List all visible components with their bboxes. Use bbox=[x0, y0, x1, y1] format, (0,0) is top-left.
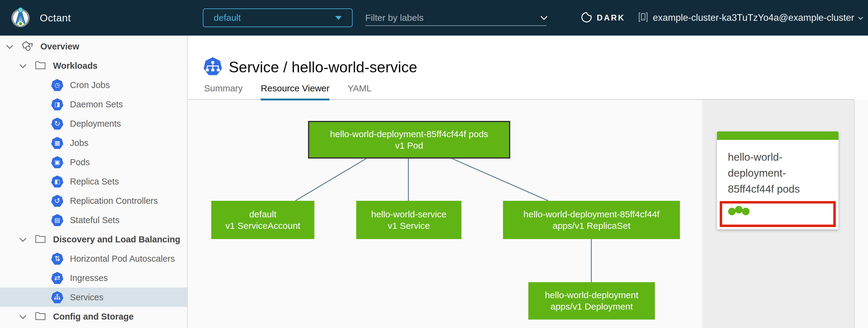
namespace-dropdown[interactable]: default bbox=[203, 8, 352, 27]
folder-icon bbox=[34, 233, 46, 246]
page-title: Service / hello-world-service bbox=[229, 58, 417, 76]
k8s-replicaset-icon bbox=[51, 175, 63, 187]
k8s-daemonset-icon bbox=[51, 98, 63, 110]
octant-logo-icon bbox=[9, 6, 32, 30]
graph-node-deployment[interactable]: hello-world-deployment apps/v1 Deploymen… bbox=[528, 282, 655, 320]
sidebar-item-horizontal-pod-autoscalers[interactable]: Horizontal Pod Autoscalers bbox=[0, 249, 187, 268]
page-head: Service / hello-world-service bbox=[204, 57, 417, 77]
sidebar-item-deployments[interactable]: Deployments bbox=[0, 114, 187, 133]
sidebar-item-replication-controllers[interactable]: Replication Controllers bbox=[0, 191, 187, 210]
sidebar-item-stateful-sets[interactable]: Stateful Sets bbox=[0, 210, 187, 230]
graph-node-serviceaccount[interactable]: default v1 ServiceAccount bbox=[211, 201, 314, 239]
tab-summary[interactable]: Summary bbox=[204, 83, 243, 100]
app-title: Octant bbox=[40, 12, 71, 24]
detail-panel: hello-world-deployment-85ff4cf44f pods bbox=[702, 100, 854, 328]
detail-card-title: hello-world-deployment-85ff4cf44f pods bbox=[717, 140, 838, 201]
graph-node-pod[interactable]: hello-world-deployment-85ff4cf44f pods v… bbox=[308, 121, 510, 158]
pod-status-dot bbox=[735, 206, 743, 213]
chevron-down-icon[interactable] bbox=[20, 314, 26, 320]
objects-icon bbox=[21, 39, 34, 53]
k8s-job-icon bbox=[51, 137, 63, 149]
label-filter bbox=[365, 10, 547, 26]
detail-card-status-bar bbox=[717, 131, 838, 140]
k8s-ingress-icon bbox=[51, 272, 63, 284]
theme-toggle-label: DARK bbox=[597, 13, 625, 23]
sidebar-item-services[interactable]: Services bbox=[0, 288, 187, 307]
pod-status-section[interactable] bbox=[720, 201, 836, 227]
pod-status-dot bbox=[728, 208, 736, 215]
label-filter-input[interactable] bbox=[365, 13, 541, 23]
k8s-hpa-icon bbox=[51, 252, 63, 265]
sidebar-nav: Overview Workloads Cron Jobs Daemon Sets… bbox=[0, 36, 188, 328]
sidebar-item-ingresses[interactable]: Ingresses bbox=[0, 268, 187, 288]
dropdown-caret-icon bbox=[335, 16, 342, 20]
filter-chevron-down-icon[interactable] bbox=[541, 13, 548, 20]
graph-node-replicaset[interactable]: hello-world-deployment-85ff4cf44f apps/v… bbox=[503, 201, 680, 239]
folder-icon bbox=[34, 59, 46, 72]
cluster-icon bbox=[638, 12, 648, 24]
panel-scroll-strip bbox=[854, 100, 868, 328]
app-header: Octant default DARK example-cluster-ka3T… bbox=[0, 0, 868, 36]
context-selector[interactable]: example-cluster-ka3TuTzYo4a@example-clus… bbox=[638, 0, 862, 36]
moon-icon bbox=[581, 12, 592, 24]
sidebar-item-overview[interactable]: Overview bbox=[0, 37, 187, 56]
folder-icon bbox=[34, 310, 46, 323]
k8s-replicationcontroller-icon bbox=[51, 195, 63, 207]
sidebar-item-cron-jobs[interactable]: Cron Jobs bbox=[0, 76, 187, 95]
tab-resource-viewer[interactable]: Resource Viewer bbox=[261, 83, 330, 100]
main-content: Service / hello-world-service Summary Re… bbox=[188, 36, 868, 328]
theme-toggle[interactable]: DARK bbox=[581, 0, 625, 36]
k8s-statefulset-icon bbox=[51, 214, 63, 226]
chevron-down-icon[interactable] bbox=[20, 236, 26, 242]
sidebar-item-workloads[interactable]: Workloads bbox=[0, 56, 187, 76]
sidebar-item-config-and-storage[interactable]: Config and Storage bbox=[0, 307, 187, 326]
sidebar-item-daemon-sets[interactable]: Daemon Sets bbox=[0, 95, 187, 114]
tab-bar: Summary Resource Viewer YAML bbox=[204, 83, 372, 100]
context-chevron-down-icon bbox=[858, 15, 863, 20]
k8s-pod-icon bbox=[51, 156, 63, 168]
sidebar-item-replica-sets[interactable]: Replica Sets bbox=[0, 172, 187, 191]
resource-viewer-canvas: hello-world-deployment-85ff4cf44f pods v… bbox=[188, 100, 702, 328]
sidebar-item-discovery-and-load-balancing[interactable]: Discovery and Load Balancing bbox=[0, 230, 187, 249]
detail-card: hello-world-deployment-85ff4cf44f pods bbox=[717, 131, 838, 230]
graph-node-service[interactable]: hello-world-service v1 Service bbox=[356, 201, 461, 239]
k8s-deployment-icon bbox=[51, 118, 63, 130]
brand: Octant bbox=[9, 0, 71, 36]
k8s-service-icon bbox=[51, 291, 63, 303]
namespace-dropdown-value: default bbox=[214, 13, 335, 23]
tab-yaml[interactable]: YAML bbox=[347, 83, 371, 100]
context-selector-value: example-cluster-ka3TuTzYo4a@example-clus… bbox=[653, 12, 854, 23]
k8s-cronjob-icon bbox=[51, 79, 63, 91]
k8s-service-icon bbox=[204, 57, 222, 77]
chevron-down-icon[interactable] bbox=[20, 63, 26, 69]
chevron-down-icon[interactable] bbox=[7, 43, 13, 50]
pod-status-dot bbox=[742, 208, 749, 215]
sidebar-item-jobs[interactable]: Jobs bbox=[0, 133, 187, 153]
sidebar-item-pods[interactable]: Pods bbox=[0, 153, 187, 172]
